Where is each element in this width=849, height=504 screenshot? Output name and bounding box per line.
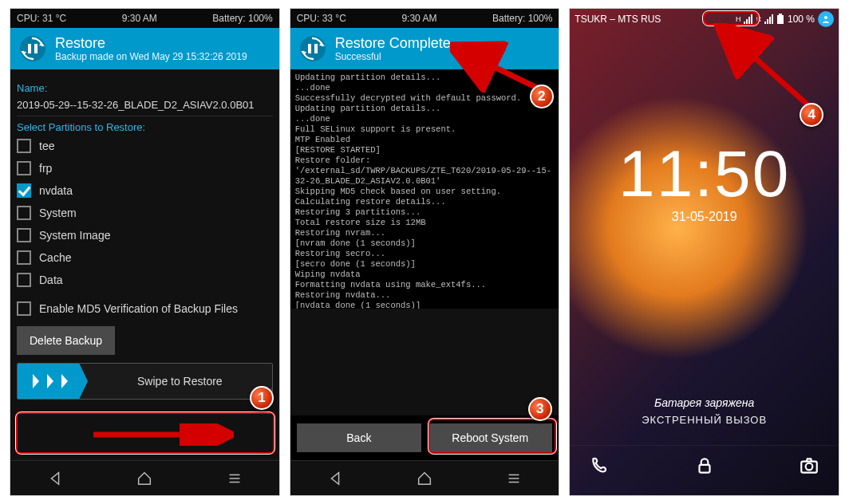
- twrp-logo-icon: [18, 34, 47, 63]
- svg-line-21: [456, 49, 542, 90]
- annotation-marker-1: 1: [250, 386, 274, 410]
- partition-row-tee[interactable]: tee: [17, 135, 273, 157]
- partition-label: nvdata: [39, 184, 73, 197]
- checkbox-icon[interactable]: [17, 161, 31, 175]
- swipe-handle[interactable]: [18, 364, 88, 399]
- partition-row-frp[interactable]: frp: [17, 157, 273, 179]
- swipe-to-restore[interactable]: Swipe to Restore: [17, 363, 273, 400]
- svg-rect-4: [34, 44, 38, 53]
- svg-rect-25: [699, 465, 709, 473]
- svg-marker-5: [33, 374, 39, 388]
- partition-row-nvdata[interactable]: nvdata: [17, 179, 273, 202]
- md5-label: Enable MD5 Verification of Backup Files: [39, 302, 238, 315]
- nav-menu-icon[interactable]: [505, 470, 523, 487]
- name-label: Name:: [17, 82, 273, 94]
- twrp-header: Restore Backup made on Wed May 29 15:32:…: [10, 28, 279, 69]
- lock-date: 31-05-2019: [570, 210, 839, 224]
- nav-bar: [10, 460, 279, 495]
- checkbox-icon[interactable]: [17, 139, 31, 153]
- partition-row-cache[interactable]: Cache: [17, 246, 273, 269]
- svg-rect-16: [308, 44, 311, 53]
- lock-icon[interactable]: [694, 455, 715, 476]
- nav-home-icon[interactable]: [136, 470, 153, 487]
- cpu-temp: CPU: 31 °C: [17, 13, 66, 24]
- backup-name-field[interactable]: 2019-05-29--15-32-26_BLADE_D2_ASIAV2.0.0…: [17, 96, 273, 116]
- restore-log[interactable]: Updating partition details... ...done Su…: [290, 69, 559, 309]
- status-bar: CPU: 31 °C 9:30 AM Battery: 100%: [10, 9, 279, 28]
- partition-label: Cache: [39, 251, 71, 264]
- checkbox-icon[interactable]: [17, 183, 31, 198]
- checkbox-icon[interactable]: [17, 250, 31, 265]
- annotation-arrow: [90, 423, 234, 449]
- status-bar: CPU: 33 °C 9:30 AM Battery: 100%: [290, 9, 559, 28]
- battery: Battery: 100%: [492, 13, 552, 24]
- svg-point-24: [824, 16, 827, 19]
- camera-icon[interactable]: [799, 455, 819, 476]
- screenshot-twrp-restore: CPU: 31 °C 9:30 AM Battery: 100% Restore…: [10, 8, 280, 496]
- partition-row-system-image[interactable]: System Image: [17, 224, 273, 246]
- nav-back-icon[interactable]: [326, 470, 344, 487]
- battery: Battery: 100%: [212, 13, 272, 24]
- annotation-marker-2: 2: [530, 85, 554, 108]
- partition-label: Data: [39, 274, 63, 286]
- partition-row-data[interactable]: Data: [17, 269, 273, 291]
- svg-marker-7: [61, 374, 68, 388]
- svg-rect-23: [779, 14, 782, 15]
- md5-toggle[interactable]: Enable MD5 Verification of Backup Files: [17, 297, 273, 320]
- checkbox-icon[interactable]: [17, 228, 31, 242]
- svg-rect-17: [314, 44, 318, 53]
- swipe-label: Swipe to Restore: [88, 375, 272, 388]
- svg-point-27: [806, 463, 813, 471]
- checkbox-icon[interactable]: [17, 301, 31, 316]
- svg-point-13: [300, 36, 326, 61]
- partition-label: tee: [39, 140, 54, 152]
- clock: 9:30 AM: [401, 13, 436, 24]
- svg-point-0: [20, 36, 45, 61]
- partition-label: System: [39, 207, 77, 219]
- chevrons-right-icon: [31, 372, 74, 390]
- cpu-temp: CPU: 33 °C: [297, 13, 346, 24]
- screenshot-twrp-complete: CPU: 33 °C 9:30 AM Battery: 100% Restore…: [290, 8, 560, 496]
- partition-label: System Image: [39, 229, 110, 242]
- checkbox-icon[interactable]: [17, 206, 31, 220]
- page-title: Restore Complete: [335, 35, 451, 51]
- emergency-call[interactable]: ЭКСТРЕННЫЙ ВЫЗОВ: [570, 414, 839, 426]
- lock-clock: 11:50: [570, 141, 839, 207]
- twrp-logo-icon: [298, 34, 327, 63]
- charging-status: Батарея заряжена: [570, 396, 839, 409]
- screenshot-lockscreen: TSUKR – MTS RUS H R 100 % 11:50 31-05-20…: [569, 8, 839, 496]
- log-text: Updating partition details... ...done Su…: [295, 73, 551, 309]
- page-subtitle: Successful: [335, 51, 451, 62]
- clock: 9:30 AM: [122, 13, 157, 24]
- checkbox-icon[interactable]: [17, 273, 31, 287]
- delete-backup-button[interactable]: Delete Backup: [17, 326, 115, 355]
- nav-back-icon[interactable]: [46, 470, 64, 487]
- reboot-system-button[interactable]: Reboot System: [428, 423, 552, 452]
- carrier-label: TSUKR – MTS RUS: [575, 14, 661, 25]
- back-button[interactable]: Back: [297, 423, 421, 452]
- svg-rect-3: [28, 44, 31, 53]
- page-title: Restore: [55, 35, 247, 51]
- page-subtitle: Backup made on Wed May 29 15:32:26 2019: [55, 51, 247, 62]
- partition-label: frp: [39, 162, 52, 175]
- nav-home-icon[interactable]: [416, 470, 433, 487]
- nav-menu-icon[interactable]: [226, 470, 243, 487]
- partition-row-system[interactable]: System: [17, 202, 273, 224]
- annotation-marker-3: 3: [528, 397, 552, 421]
- partitions-label: Select Partitions to Restore:: [17, 121, 273, 133]
- svg-line-28: [723, 30, 809, 106]
- phone-icon[interactable]: [589, 455, 610, 476]
- svg-marker-6: [47, 374, 53, 388]
- nav-bar: [290, 460, 559, 495]
